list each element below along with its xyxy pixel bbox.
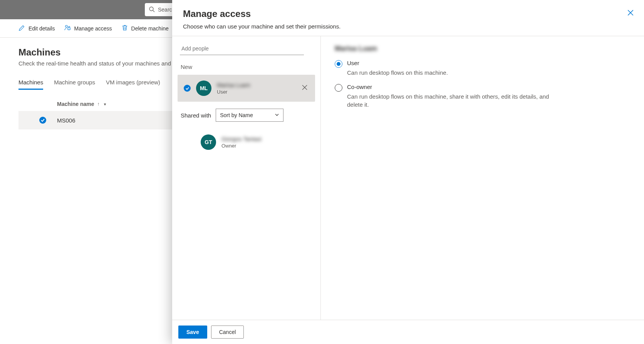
radio-label: User (347, 60, 448, 66)
manage-access-label: Manage access (74, 25, 112, 32)
panel-title: Manage access (183, 8, 633, 19)
person-info: Giorgos Tantasi Owner (221, 136, 309, 149)
panel-right: Marisa Luam User Can run desktop flows o… (321, 36, 644, 320)
person-name: Marisa Luam (217, 82, 295, 88)
section-new-label: New (181, 64, 315, 70)
selected-person-heading: Marisa Luam (335, 45, 377, 52)
svg-rect-3 (68, 28, 70, 30)
person-role: Owner (221, 143, 309, 149)
tab-machines[interactable]: Machines (18, 76, 43, 90)
sort-by-dropdown[interactable]: Sort by Name (216, 109, 283, 122)
radio-coowner[interactable] (335, 84, 342, 92)
edit-details-button[interactable]: Edit details (18, 24, 55, 32)
avatar: ML (196, 81, 211, 96)
tab-vm-images[interactable]: VM images (preview) (106, 76, 160, 90)
radio-description: Can run desktop flows on this machine, s… (347, 92, 563, 109)
delete-machine-label: Delete machine (131, 25, 169, 32)
add-people-input[interactable] (180, 43, 304, 55)
svg-point-2 (65, 25, 67, 27)
radio-texts: Co-owner Can run desktop flows on this m… (347, 84, 563, 109)
new-person-row[interactable]: ML Marisa Luam User (178, 75, 315, 102)
people-lock-icon (64, 24, 71, 32)
close-icon (302, 85, 307, 91)
edit-details-label: Edit details (29, 25, 55, 32)
person-name: Giorgos Tantasi (221, 136, 309, 142)
trash-icon (121, 24, 128, 32)
avatar: GT (201, 134, 216, 150)
column-header-label: Machine name (57, 101, 94, 107)
close-button[interactable] (627, 9, 634, 18)
panel-left: New ML Marisa Luam User Shared with (172, 36, 321, 320)
panel-footer: Save Cancel (172, 320, 644, 344)
cancel-button[interactable]: Cancel (211, 326, 244, 339)
close-icon (627, 11, 634, 17)
radio-texts: User Can run desktop flows on this machi… (347, 60, 448, 77)
sort-ascending-icon: ↑ (97, 101, 99, 107)
tab-machine-groups[interactable]: Machine groups (54, 76, 95, 90)
shared-with-label: Shared with (181, 112, 211, 119)
delete-machine-button[interactable]: Delete machine (121, 24, 169, 32)
panel-header: Manage access Choose who can use your ma… (172, 0, 644, 36)
svg-point-0 (149, 7, 153, 11)
manage-access-panel: Manage access Choose who can use your ma… (172, 0, 644, 344)
save-button[interactable]: Save (178, 326, 207, 339)
radio-description: Can run desktop flows on this machine. (347, 69, 448, 77)
panel-body: New ML Marisa Luam User Shared with (172, 36, 644, 320)
permission-option-coowner[interactable]: Co-owner Can run desktop flows on this m… (335, 84, 630, 109)
search-icon (149, 6, 155, 13)
pencil-icon (18, 24, 25, 32)
chevron-down-icon (275, 112, 279, 118)
manage-access-button[interactable]: Manage access (64, 24, 112, 32)
person-role: User (217, 89, 295, 95)
remove-person-button[interactable] (300, 83, 309, 93)
sort-by-selected: Sort by Name (220, 112, 253, 118)
permission-header: Marisa Luam (335, 45, 630, 53)
svg-line-1 (153, 10, 154, 12)
chevron-down-icon: ▾ (104, 102, 106, 106)
person-selected-checkmark-icon (184, 85, 191, 92)
permission-option-user[interactable]: User Can run desktop flows on this machi… (335, 60, 630, 77)
shared-person-row[interactable]: GT Giorgos Tantasi Owner (178, 129, 315, 156)
row-selected-checkmark-icon[interactable] (39, 117, 46, 124)
radio-label: Co-owner (347, 84, 563, 90)
panel-subtitle: Choose who can use your machine and set … (183, 23, 633, 30)
machine-name-cell: MS006 (57, 117, 75, 124)
radio-user[interactable] (335, 60, 342, 68)
person-info: Marisa Luam User (217, 82, 295, 95)
shared-with-row: Shared with Sort by Name (181, 109, 315, 122)
